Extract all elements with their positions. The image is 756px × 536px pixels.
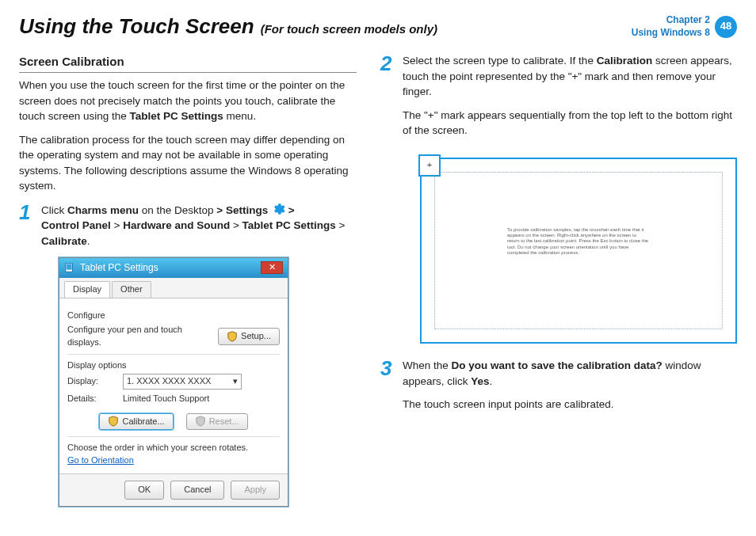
step-1: 1 Click Charms menu on the Desktop > Set… (19, 202, 357, 249)
rotate-section: Choose the order in which your screen ro… (67, 436, 280, 467)
calibrate-button[interactable]: Calibrate... (99, 413, 173, 431)
page-header: Using the Touch Screen (For touch screen… (19, 14, 737, 39)
step-2-body: Select the screen type to calibrate. If … (403, 53, 737, 146)
chapter-info: Chapter 2 Using Windows 8 48 (632, 14, 737, 39)
dialog-body: Configure Configure your pen and touch d… (59, 298, 288, 473)
shield-icon (195, 416, 206, 427)
page-number-badge: 48 (715, 16, 737, 38)
cancel-button[interactable]: Cancel (170, 481, 224, 500)
display-label: Display: (67, 375, 115, 388)
display-options-label: Display options (67, 354, 280, 372)
title-group: Using the Touch Screen (For touch screen… (19, 14, 437, 39)
calibration-crosshair-icon: + (418, 154, 441, 177)
step-3-paragraph-2: The touch screen input points are calibr… (403, 397, 737, 412)
shield-icon (227, 331, 238, 342)
step-number-2: 2 (380, 53, 396, 146)
dialog-footer: OK Cancel Apply (59, 473, 288, 506)
step-number-1: 1 (19, 202, 35, 249)
display-row: Display: 1. XXXX XXXX XXXX ▾ (67, 374, 280, 390)
details-value: Limited Touch Support (123, 393, 209, 405)
apply-button[interactable]: Apply (231, 481, 280, 500)
left-column: Screen Calibration When you use the touc… (19, 53, 357, 507)
details-row: Details: Limited Touch Support (67, 393, 280, 405)
display-select[interactable]: 1. XXXX XXXX XXXX ▾ (123, 374, 242, 390)
rotate-text: Choose the order in which your screen ro… (67, 442, 280, 454)
configure-group-label: Configure (67, 310, 280, 322)
tab-other[interactable]: Other (112, 281, 151, 298)
orientation-link[interactable]: Go to Orientation (67, 455, 134, 465)
dialog-icon (64, 262, 75, 273)
dialog-titlebar[interactable]: Tablet PC Settings ✕ (59, 258, 288, 278)
step-number-3: 3 (380, 358, 396, 420)
intro-paragraph-2: The calibration process for the touch sc… (19, 132, 357, 194)
ok-button[interactable]: OK (124, 481, 164, 500)
chevron-down-icon: ▾ (233, 375, 238, 388)
step-2-paragraph-2: The "+" mark appears sequentially from t… (403, 108, 737, 139)
svg-rect-1 (67, 264, 72, 270)
settings-gear-icon (271, 202, 285, 216)
chapter-name: Using Windows 8 (632, 27, 710, 40)
configure-row: Configure your pen and touch displays. S… (67, 324, 280, 349)
calibration-screen-figure: + To provide calibration samples, tap th… (420, 158, 737, 344)
step-2: 2 Select the screen type to calibrate. I… (380, 53, 737, 146)
step-3-body: When the Do you want to save the calibra… (403, 358, 737, 420)
right-column: 2 Select the screen type to calibrate. I… (380, 53, 737, 507)
shield-icon (108, 416, 119, 427)
details-label: Details: (67, 393, 115, 405)
step-1-body: Click Charms menu on the Desktop > Setti… (41, 202, 357, 249)
dialog-tabs: Display Other (59, 278, 288, 298)
page-title: Using the Touch Screen (19, 14, 254, 39)
section-heading: Screen Calibration (19, 53, 357, 73)
close-icon[interactable]: ✕ (261, 261, 283, 274)
intro-paragraph-1: When you use the touch screen for the fi… (19, 78, 357, 124)
step-3: 3 When the Do you want to save the calib… (380, 358, 737, 420)
configure-text: Configure your pen and touch displays. (67, 324, 186, 349)
page-subtitle: (For touch screen models only) (261, 22, 437, 36)
chapter-number: Chapter 2 (632, 14, 710, 27)
tab-display[interactable]: Display (64, 281, 110, 298)
calibrate-reset-row: Calibrate... Reset... (67, 413, 280, 431)
content-columns: Screen Calibration When you use the touc… (19, 53, 737, 507)
tablet-pc-settings-dialog: Tablet PC Settings ✕ Display Other Confi… (59, 257, 288, 507)
reset-button[interactable]: Reset... (186, 413, 248, 431)
setup-button[interactable]: Setup... (218, 328, 280, 345)
calibration-instruction-text: To provide calibration samples, tap the … (507, 227, 650, 256)
dialog-title: Tablet PC Settings (80, 261, 158, 275)
